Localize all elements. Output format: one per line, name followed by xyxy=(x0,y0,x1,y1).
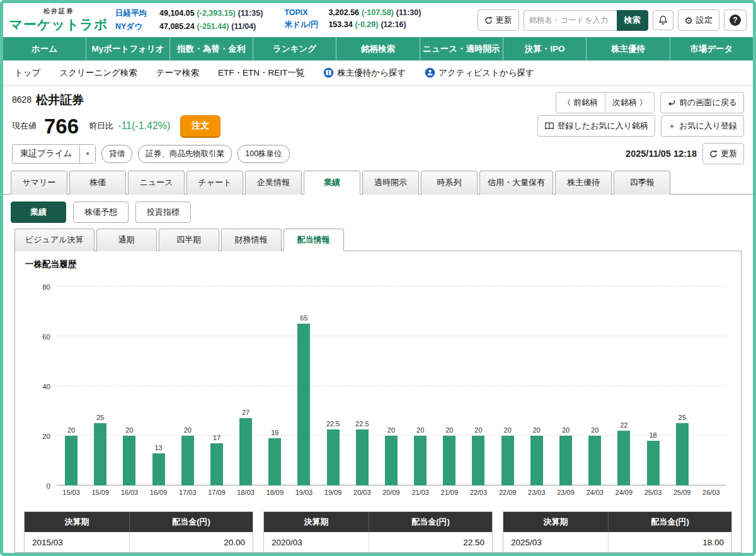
x-tick-label: 23/09 xyxy=(551,489,580,496)
subnav-item[interactable]: トップ xyxy=(14,67,40,79)
x-tick-label: 21/09 xyxy=(435,489,464,496)
data-refresh-button[interactable]: 更新 xyxy=(702,143,744,164)
x-tick-label: 19/09 xyxy=(319,489,348,496)
bar-column: 18 xyxy=(638,287,667,485)
chart-tab[interactable]: 通期 xyxy=(96,229,157,251)
tab[interactable]: 株主優待 xyxy=(555,171,612,195)
bar-value-label: 22.5 xyxy=(355,420,369,428)
subnav-item[interactable]: アクティビストから探す xyxy=(425,67,534,79)
dividend-bar[interactable] xyxy=(676,423,689,485)
nav-item[interactable]: ニュース・適時開示 xyxy=(420,37,503,60)
dividend-bar[interactable] xyxy=(588,436,601,485)
tab[interactable]: 時系列 xyxy=(421,171,478,195)
tab[interactable]: サマリー xyxy=(11,171,67,195)
dividend-bar[interactable] xyxy=(210,443,223,485)
chart-tab[interactable]: ビジュアル決算 xyxy=(14,229,94,251)
book-icon xyxy=(544,122,554,130)
chart-tab-active[interactable]: 配当情報 xyxy=(284,229,344,251)
nav-item[interactable]: 指数・為替・金利 xyxy=(170,37,253,60)
dividend-bar[interactable] xyxy=(414,436,427,485)
dividend-bar[interactable] xyxy=(559,436,572,485)
search-input[interactable] xyxy=(524,10,617,31)
help-button[interactable]: ? xyxy=(724,9,747,31)
price-change: -11(-1.42%) xyxy=(118,120,170,132)
bar-column xyxy=(697,287,726,485)
favorite-list-button[interactable]: 登録したお気に入り銘柄 xyxy=(537,115,656,137)
subtab[interactable]: 投資指標 xyxy=(135,201,191,223)
chevron-left-icon: 〈 xyxy=(563,98,571,108)
x-tick-label: 20/09 xyxy=(377,489,406,496)
tab[interactable]: 企業情報 xyxy=(245,171,302,195)
chart-tab[interactable]: 財務情報 xyxy=(221,229,282,251)
dividend-bar[interactable] xyxy=(268,438,281,485)
dividend-bar[interactable] xyxy=(181,436,194,485)
tab[interactable]: 株価 xyxy=(69,171,126,195)
prev-stock-button[interactable]: 〈 前銘柄 xyxy=(556,93,605,113)
dividend-bar[interactable] xyxy=(356,429,369,485)
table-header: 配当金(円) xyxy=(369,512,492,532)
back-button[interactable]: 前の画面に戻る xyxy=(660,92,744,113)
tab[interactable]: 四季報 xyxy=(614,171,670,195)
bar-column: 20 xyxy=(522,287,551,485)
nav-item[interactable]: 市場データ xyxy=(670,37,753,60)
tab-active[interactable]: 業績 xyxy=(304,171,360,195)
refresh-button[interactable]: 更新 xyxy=(478,9,519,31)
subnav-item[interactable]: 株主優待から探す xyxy=(323,67,406,79)
dividend-bar[interactable] xyxy=(385,436,398,485)
dividend-bar[interactable] xyxy=(443,436,455,485)
nav-item[interactable]: 決算・IPO xyxy=(503,37,587,60)
bar-column: 20 xyxy=(57,287,86,485)
tab[interactable]: 適時開示 xyxy=(362,171,419,195)
nav-item[interactable]: ホーム xyxy=(3,37,86,60)
plus-icon: ＋ xyxy=(668,120,676,132)
dividend-bar[interactable] xyxy=(65,436,77,485)
settings-button[interactable]: ⚙ 設定 xyxy=(678,9,719,31)
dividend-bar[interactable] xyxy=(617,431,630,485)
y-tick-label: 40 xyxy=(28,383,50,390)
stock-header: 8628 松井証券 〈 前銘柄 次銘柄 〉 前の画面に戻る xyxy=(3,86,753,113)
bar-column: 20 xyxy=(435,287,464,485)
dividend-bar[interactable] xyxy=(530,436,543,485)
dividend-bar[interactable] xyxy=(472,436,484,485)
dividend-bar[interactable] xyxy=(501,436,514,485)
subnav-item[interactable]: ETF・ETN・REIT一覧 xyxy=(218,67,304,79)
next-stock-button[interactable]: 次銘柄 〉 xyxy=(605,93,654,113)
order-button[interactable]: 注文 xyxy=(180,115,220,137)
dividend-bar[interactable] xyxy=(647,441,660,485)
dividend-bar[interactable] xyxy=(239,418,252,485)
gear-icon: ⚙ xyxy=(685,16,693,25)
tab[interactable]: 信用・大量保有 xyxy=(479,171,553,195)
data-refresh-label: 更新 xyxy=(721,148,737,159)
tab[interactable]: ニュース xyxy=(128,171,185,195)
dividend-bar[interactable] xyxy=(152,453,165,485)
search-button[interactable]: 検索 xyxy=(617,10,648,31)
table-header-row: 決算期配当金(円) xyxy=(264,512,492,532)
logo[interactable]: 松井証券 マーケットラボ xyxy=(6,7,112,33)
chart-tab[interactable]: 四半期 xyxy=(159,229,219,251)
stock-tag: 100株単位 xyxy=(238,145,289,163)
subtab-active[interactable]: 業績 xyxy=(11,201,66,223)
nav-item[interactable]: Myポートフォリオ xyxy=(86,37,169,60)
bar-value-label: 20 xyxy=(504,426,512,434)
help-icon: ? xyxy=(730,14,741,26)
header-toolbar: 更新 検索 ⚙ 設定 ? xyxy=(478,9,747,31)
dividend-bar[interactable] xyxy=(327,429,340,485)
notification-button[interactable] xyxy=(653,10,673,30)
dividend-bar[interactable] xyxy=(123,436,135,485)
settings-label: 設定 xyxy=(696,14,713,26)
dividend-bar[interactable] xyxy=(94,423,106,485)
nav-item[interactable]: 銘柄検索 xyxy=(336,37,420,60)
subnav-item[interactable]: スクリーニング検索 xyxy=(59,67,137,79)
subtab[interactable]: 株価予想 xyxy=(73,201,129,223)
favorite-add-button[interactable]: ＋ お気に入り登録 xyxy=(661,115,744,137)
nav-item[interactable]: ランキング xyxy=(253,37,336,60)
tab[interactable]: チャート xyxy=(186,171,243,195)
dividend-bar[interactable] xyxy=(297,324,310,485)
table-header: 決算期 xyxy=(503,512,609,532)
nav-item[interactable]: 株主優待 xyxy=(587,37,670,60)
market-select[interactable]: 東証プライム ▼ xyxy=(12,144,96,164)
subnav-item[interactable]: テーマ検索 xyxy=(156,67,199,79)
subnav-item-label: アクティビストから探す xyxy=(438,67,534,79)
bar-value-label: 20 xyxy=(184,426,192,434)
index-change: (-251.44) xyxy=(197,22,229,31)
